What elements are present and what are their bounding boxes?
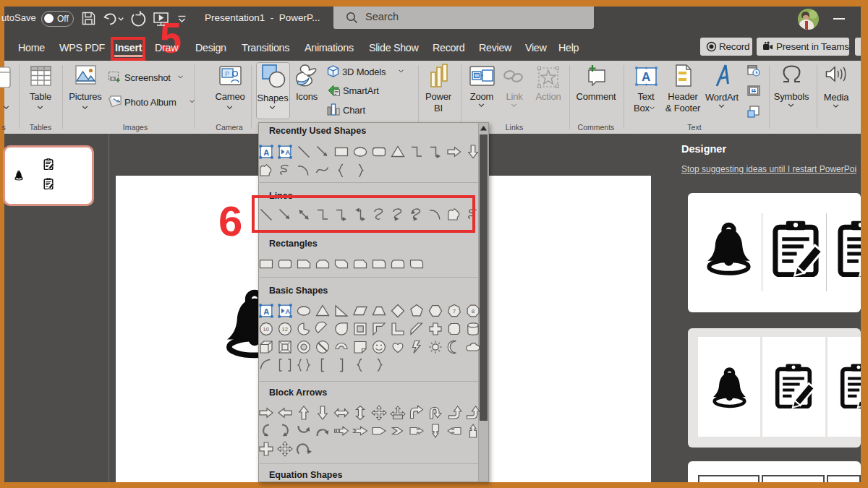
svg-text:10: 10 — [263, 326, 269, 333]
svg-text:P: P — [225, 70, 229, 77]
svg-text:A: A — [263, 148, 269, 157]
svg-text:A: A — [286, 307, 291, 315]
svg-text:12: 12 — [282, 326, 288, 333]
svg-text:8: 8 — [472, 308, 475, 314]
svg-text:7: 7 — [453, 308, 456, 314]
svg-text:A: A — [263, 307, 269, 316]
svg-text:A: A — [286, 148, 291, 156]
svg-text:A: A — [642, 70, 650, 84]
